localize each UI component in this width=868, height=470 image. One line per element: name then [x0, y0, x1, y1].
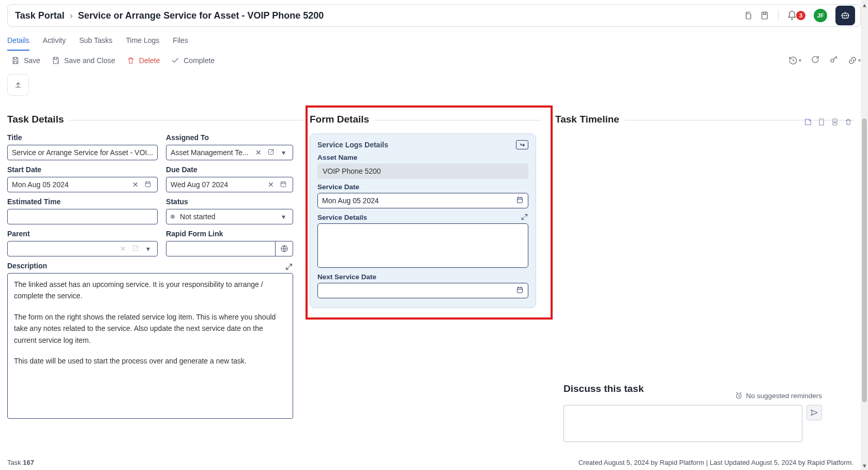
svg-point-3 — [844, 15, 845, 16]
key-button[interactable] — [829, 55, 839, 66]
refresh-button[interactable] — [811, 55, 820, 66]
expand-icon[interactable] — [285, 263, 293, 272]
header-bar: Task Portal › Service or Arrange Service… — [7, 4, 861, 27]
estimated-time-input[interactable] — [7, 209, 158, 224]
clear-icon[interactable]: ✕ — [118, 245, 128, 253]
parent-input[interactable]: ✕ ▾ — [7, 241, 158, 256]
clear-icon[interactable]: ✕ — [253, 148, 264, 157]
task-details-panel: Task Details Title Service or Arrange Se… — [7, 120, 310, 419]
open-link-icon[interactable] — [130, 245, 141, 253]
tab-time-logs[interactable]: Time Logs — [126, 30, 159, 51]
calendar-icon[interactable] — [278, 180, 288, 189]
status-dot-icon — [171, 215, 175, 219]
bookmark-icon[interactable] — [758, 9, 771, 22]
copy-icon[interactable] — [742, 9, 754, 22]
avatar[interactable]: JF — [814, 9, 827, 22]
discuss-textarea[interactable] — [564, 405, 802, 442]
clear-icon[interactable]: ✕ — [130, 180, 141, 189]
send-button[interactable] — [806, 405, 822, 420]
due-date-input[interactable]: Wed Aug 07 2024 ✕ — [166, 177, 293, 192]
calendar-icon[interactable] — [516, 196, 524, 205]
scroll-up-icon[interactable]: ▴ — [861, 0, 868, 9]
description-textarea[interactable]: The linked asset has an upcoming service… — [7, 273, 293, 419]
status-select[interactable]: Not started ▾ — [166, 209, 293, 224]
chevron-down-icon[interactable]: ▾ — [278, 213, 288, 221]
svg-rect-0 — [746, 13, 751, 19]
estimated-time-label: Estimated Time — [7, 198, 158, 206]
breadcrumb: Task Portal › Service or Arrange Service… — [15, 10, 324, 21]
form-details-heading: Form Details — [310, 114, 374, 125]
asset-name-value: VOIP Phone 5200 — [317, 163, 528, 179]
task-timeline-heading: Task Timeline — [555, 114, 625, 125]
assigned-to-label: Assigned To — [166, 133, 293, 142]
chevron-down-icon[interactable]: ▾ — [143, 245, 153, 253]
calendar-icon[interactable] — [143, 180, 153, 189]
svg-rect-12 — [517, 287, 523, 293]
asset-name-label: Asset Name — [317, 154, 528, 161]
complete-label: Complete — [184, 56, 215, 65]
form-link-input[interactable] — [166, 241, 293, 256]
reminders-hint[interactable]: No suggested reminders — [735, 391, 822, 400]
task-details-heading: Task Details — [7, 114, 69, 125]
svg-rect-13 — [819, 119, 824, 125]
scroll-down-icon[interactable]: ▾ — [861, 461, 868, 470]
history-button[interactable]: ▾ — [788, 56, 801, 65]
tab-sub-tasks[interactable]: Sub Tasks — [79, 30, 112, 51]
calendar-icon[interactable] — [516, 286, 524, 295]
save-button[interactable]: Save — [11, 56, 40, 65]
footer-meta: Created August 5, 2024 by Rapid Platform… — [578, 459, 854, 466]
delete-button[interactable]: Delete — [127, 56, 160, 65]
description-label: Description — [7, 262, 47, 270]
svg-rect-8 — [281, 181, 285, 186]
form-link-label: Rapid Form Link — [166, 230, 293, 238]
vertical-scrollbar[interactable]: ▴ ▾ — [861, 0, 868, 470]
chevron-down-icon[interactable]: ▾ — [278, 148, 288, 157]
service-log-card: Service Logs Details ↪ Asset Name VOIP P… — [310, 133, 536, 308]
breadcrumb-root[interactable]: Task Portal — [15, 10, 65, 21]
tab-activity[interactable]: Activity — [43, 30, 66, 51]
next-service-date-input[interactable] — [317, 283, 528, 298]
parent-label: Parent — [7, 230, 158, 238]
start-date-input[interactable]: Mon Aug 05 2024 ✕ — [7, 177, 158, 192]
title-input[interactable]: Service or Arrange Service for Asset - V… — [7, 145, 158, 160]
link-button[interactable]: ▾ — [848, 56, 861, 65]
save-close-button[interactable]: Save and Close — [52, 56, 115, 65]
due-date-label: Due Date — [166, 165, 293, 174]
timeline-note-icon[interactable] — [803, 117, 813, 127]
tab-files[interactable]: Files — [173, 30, 188, 51]
open-link-icon[interactable] — [266, 148, 276, 157]
save-label: Save — [24, 56, 40, 65]
service-date-label: Service Date — [317, 183, 528, 191]
assistant-button[interactable] — [835, 6, 855, 25]
status-label: Status — [166, 198, 293, 206]
breadcrumb-separator: › — [70, 10, 73, 21]
upload-dropzone[interactable] — [7, 74, 29, 96]
tabbar: Details Activity Sub Tasks Time Logs Fil… — [0, 27, 868, 51]
chevron-down-icon: ▾ — [799, 57, 801, 63]
start-date-label: Start Date — [7, 165, 158, 174]
timeline-doc-arrow-icon[interactable] — [830, 117, 840, 127]
svg-rect-1 — [762, 12, 768, 19]
assigned-to-input[interactable]: Asset Management Te... ✕ ▾ — [166, 145, 293, 160]
service-details-textarea[interactable] — [317, 223, 528, 268]
svg-rect-11 — [517, 198, 523, 203]
clear-icon[interactable]: ✕ — [266, 180, 276, 189]
expand-icon[interactable] — [521, 213, 528, 222]
discuss-heading: Discuss this task — [564, 383, 644, 395]
action-toolbar: Save Save and Close Delete Complete ▾ — [0, 51, 868, 66]
complete-button[interactable]: Complete — [171, 56, 215, 65]
title-label: Title — [7, 133, 158, 142]
notification-badge[interactable]: 3 — [796, 11, 805, 20]
globe-icon[interactable] — [275, 241, 293, 256]
svg-point-4 — [846, 15, 847, 16]
service-details-label: Service Details — [317, 214, 367, 221]
page-title: Service or Arrange Service for Asset - V… — [78, 10, 324, 21]
svg-rect-7 — [145, 181, 150, 186]
timeline-trash-icon[interactable] — [843, 117, 854, 127]
open-item-icon[interactable]: ↪ — [516, 140, 528, 149]
service-date-input[interactable]: Mon Aug 05 2024 — [317, 193, 528, 208]
svg-rect-2 — [842, 13, 848, 18]
next-service-date-label: Next Service Date — [317, 273, 528, 281]
tab-details[interactable]: Details — [7, 30, 29, 51]
timeline-doc-icon[interactable] — [816, 117, 827, 127]
